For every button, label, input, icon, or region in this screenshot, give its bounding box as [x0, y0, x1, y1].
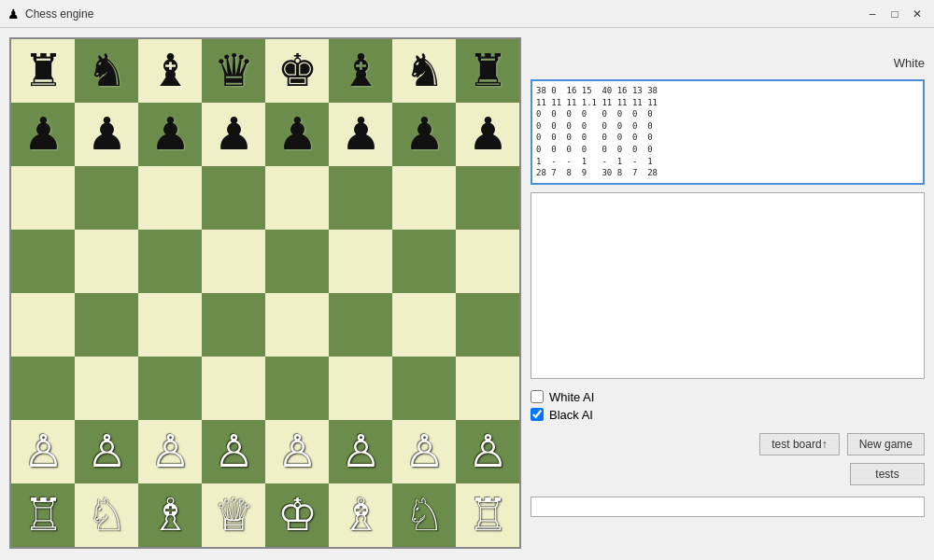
- stats-content: 38 0 16 15 40 16 13 38 11 11 11 1.1 11 1…: [536, 85, 919, 179]
- chess-cell[interactable]: [11, 166, 75, 230]
- chess-cell[interactable]: [11, 357, 75, 420]
- buttons-row: test board↑ New game: [531, 433, 925, 455]
- chess-cell[interactable]: [138, 166, 202, 230]
- chess-piece: ♙: [341, 429, 381, 474]
- chess-piece: ♟: [87, 112, 127, 157]
- stats-box: 38 0 16 15 40 16 13 38 11 11 11 1.1 11 1…: [531, 79, 925, 185]
- chess-cell[interactable]: [11, 293, 75, 357]
- chess-cell[interactable]: ♙: [11, 420, 75, 483]
- chess-cell[interactable]: [265, 357, 329, 420]
- chess-piece: ♗: [150, 493, 191, 538]
- chess-cell[interactable]: [456, 357, 519, 420]
- chess-piece: ♛: [214, 49, 254, 93]
- chess-cell[interactable]: [329, 166, 392, 230]
- chess-cell[interactable]: [456, 166, 519, 230]
- chess-cell[interactable]: [138, 293, 202, 357]
- chess-cell[interactable]: ♝: [329, 39, 392, 103]
- chess-cell[interactable]: ♙: [265, 420, 329, 483]
- tests-row: tests: [531, 463, 925, 485]
- chess-cell[interactable]: ♗: [138, 483, 202, 547]
- chess-cell[interactable]: ♜: [11, 39, 75, 103]
- chess-piece: ♙: [150, 429, 191, 474]
- chess-cell[interactable]: ♟: [265, 103, 329, 166]
- chess-cell[interactable]: ♟: [392, 103, 456, 166]
- chess-cell[interactable]: ♟: [329, 103, 392, 166]
- chess-cell[interactable]: ♟: [11, 103, 75, 166]
- chess-cell[interactable]: ♖: [11, 483, 75, 547]
- main-content: ♜♞♝♛♚♝♞♜♟♟♟♟♟♟♟♟♙♙♙♙♙♙♙♙♖♘♗♕♔♗♘♖ White 3…: [0, 28, 934, 560]
- black-ai-option[interactable]: Black AI: [531, 408, 925, 422]
- chess-cell[interactable]: ♘: [392, 483, 456, 547]
- chess-cell[interactable]: ♖: [456, 483, 519, 547]
- chess-piece: ♖: [23, 493, 64, 538]
- chess-cell[interactable]: [392, 166, 456, 230]
- chess-cell[interactable]: [456, 293, 519, 357]
- test-board-button[interactable]: test board↑: [759, 433, 839, 455]
- new-game-button[interactable]: New game: [847, 433, 925, 455]
- chess-piece: ♝: [150, 49, 191, 93]
- chess-piece: ♙: [214, 429, 254, 474]
- chess-cell[interactable]: ♙: [138, 420, 202, 483]
- chess-cell[interactable]: ♙: [202, 420, 265, 483]
- chess-piece: ♙: [277, 429, 318, 474]
- chess-cell[interactable]: [75, 357, 138, 420]
- minimize-button[interactable]: –: [863, 5, 882, 23]
- maximize-button[interactable]: □: [885, 5, 904, 23]
- chess-cell[interactable]: [392, 293, 456, 357]
- chess-cell[interactable]: ♟: [202, 103, 265, 166]
- chess-cell[interactable]: ♙: [392, 420, 456, 483]
- command-input[interactable]: [531, 497, 925, 517]
- white-ai-option[interactable]: White AI: [531, 390, 925, 404]
- chess-cell[interactable]: [202, 293, 265, 357]
- chess-board: ♜♞♝♛♚♝♞♜♟♟♟♟♟♟♟♟♙♙♙♙♙♙♙♙♖♘♗♕♔♗♘♖: [9, 37, 521, 549]
- chess-cell[interactable]: ♗: [329, 483, 392, 547]
- chess-piece: ♞: [404, 49, 445, 93]
- chess-cell[interactable]: [329, 293, 392, 357]
- chess-cell[interactable]: [138, 230, 202, 293]
- move-list-box: [531, 192, 925, 379]
- chess-cell[interactable]: ♙: [75, 420, 138, 483]
- chess-cell[interactable]: [202, 357, 265, 420]
- white-ai-label: White AI: [549, 390, 594, 404]
- chess-cell[interactable]: ♙: [456, 420, 519, 483]
- chess-cell[interactable]: [75, 166, 138, 230]
- chess-cell[interactable]: ♟: [456, 103, 519, 166]
- chess-cell[interactable]: [392, 230, 456, 293]
- chess-cell[interactable]: ♛: [202, 39, 265, 103]
- chess-cell[interactable]: ♟: [138, 103, 202, 166]
- chess-cell[interactable]: ♜: [456, 39, 519, 103]
- chess-piece: ♙: [23, 429, 64, 474]
- chess-piece: ♟: [277, 112, 318, 157]
- chess-cell[interactable]: [75, 230, 138, 293]
- chess-cell[interactable]: ♞: [75, 39, 138, 103]
- chess-cell[interactable]: [138, 357, 202, 420]
- chess-cell[interactable]: ♞: [392, 39, 456, 103]
- chess-cell[interactable]: [11, 230, 75, 293]
- chess-piece: ♜: [23, 49, 64, 93]
- white-ai-checkbox[interactable]: [531, 390, 544, 403]
- chess-cell[interactable]: [329, 230, 392, 293]
- chess-cell[interactable]: ♕: [202, 483, 265, 547]
- chess-cell[interactable]: ♙: [329, 420, 392, 483]
- chess-cell[interactable]: ♔: [265, 483, 329, 547]
- chess-cell[interactable]: [202, 166, 265, 230]
- chess-cell[interactable]: [265, 166, 329, 230]
- chess-cell[interactable]: [75, 293, 138, 357]
- chess-cell[interactable]: [265, 230, 329, 293]
- chess-cell[interactable]: [265, 293, 329, 357]
- chess-cell[interactable]: [202, 230, 265, 293]
- black-ai-checkbox[interactable]: [531, 408, 544, 421]
- chess-cell[interactable]: [456, 230, 519, 293]
- chess-cell[interactable]: [392, 357, 456, 420]
- tests-button[interactable]: tests: [850, 463, 925, 485]
- title-bar-left: ♟ Chess engine: [7, 7, 93, 21]
- chess-piece: ♘: [404, 493, 445, 538]
- close-button[interactable]: ✕: [908, 5, 927, 23]
- chess-cell[interactable]: ♘: [75, 483, 138, 547]
- chess-cell[interactable]: ♝: [138, 39, 202, 103]
- chess-cell[interactable]: [329, 357, 392, 420]
- chess-cell[interactable]: ♟: [75, 103, 138, 166]
- input-row: [531, 497, 925, 517]
- chess-piece: ♞: [87, 49, 127, 93]
- chess-cell[interactable]: ♚: [265, 39, 329, 103]
